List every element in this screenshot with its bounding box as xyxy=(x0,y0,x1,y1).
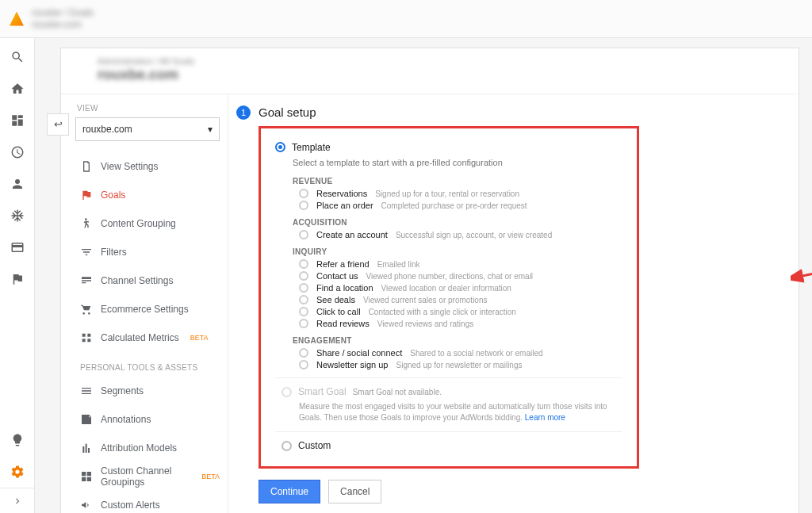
goal-option-click-to-call[interactable]: Click to callContacted with a single cli… xyxy=(299,307,622,316)
group-header: INQUIRY xyxy=(293,247,622,256)
goal-option-place-an-order[interactable]: Place an orderCompleted purchase or pre-… xyxy=(299,201,622,210)
sidebar-item-custom-channel-groupings[interactable]: Custom Channel GroupingsBETA xyxy=(67,462,228,491)
sidebar-item-ecommerce-settings[interactable]: Ecommerce Settings xyxy=(67,295,228,323)
smart-goal-status: Smart Goal not available. xyxy=(353,388,442,396)
sidebar-item-label: Attribution Models xyxy=(101,442,177,454)
radio-icon xyxy=(282,387,292,397)
radio-icon xyxy=(299,271,308,281)
sidebar-item-goals[interactable]: Goals xyxy=(67,181,228,209)
back-button[interactable]: ↩ xyxy=(47,113,69,136)
admin-card: Administration / All Goals rouxbe.com ↩ … xyxy=(60,48,799,513)
group-header: REVENUE xyxy=(293,177,622,186)
smart-goal-option: Smart Goal Smart Goal not available. xyxy=(282,386,622,397)
home-icon[interactable] xyxy=(0,73,34,105)
sidebar-item-content-grouping[interactable]: Content Grouping xyxy=(67,209,228,238)
chevron-down-icon: ▾ xyxy=(208,124,213,135)
sidebar-item-view-settings[interactable]: View Settings xyxy=(67,152,228,181)
goal-option-desc: Emailed link xyxy=(377,260,420,269)
radio-icon xyxy=(299,230,308,239)
goal-option-create-an-account[interactable]: Create an accountSuccessful sign up, acc… xyxy=(299,230,622,239)
goal-option-find-a-location[interactable]: Find a locationViewed location or dealer… xyxy=(299,283,622,293)
tools-header: PERSONAL TOOLS & ASSETS xyxy=(80,363,228,372)
sidebar-item-calculated-metrics[interactable]: Calculated MetricsBETA xyxy=(67,323,228,352)
goal-option-newsletter-sign-up[interactable]: Newsletter sign upSigned up for newslett… xyxy=(299,360,622,369)
goal-option-reservations[interactable]: ReservationsSigned up for a tour, rental… xyxy=(299,189,622,198)
goal-option-label: Refer a friend xyxy=(316,259,370,269)
view-nav-list: View SettingsGoalsContent GroupingFilter… xyxy=(67,152,228,352)
header-line2: rouxbe.com xyxy=(32,19,94,30)
top-bar: rouxbe / Goals rouxbe.com xyxy=(0,0,812,38)
radio-icon xyxy=(299,307,308,316)
continue-button[interactable]: Continue xyxy=(259,480,320,503)
flow-icon[interactable] xyxy=(0,200,34,232)
sidebar-item-label: Filters xyxy=(101,247,127,258)
sidebar-item-attribution-models[interactable]: Attribution Models xyxy=(67,434,228,462)
tools-nav-list: SegmentsAnnotationsAttribution ModelsCus… xyxy=(67,377,228,513)
sidebar-item-label: Goals xyxy=(101,190,125,201)
admin-gear-icon[interactable] xyxy=(0,456,34,488)
sidebar-item-label: Calculated Metrics xyxy=(101,332,179,343)
step-1-title: Goal setup xyxy=(259,105,316,119)
goal-option-desc: Completed purchase or pre-order request xyxy=(381,201,527,210)
goal-option-desc: Viewed phone number, directions, chat or… xyxy=(366,272,534,281)
admin-sidebar: ↩ VIEW rouxbe.com ▾ View SettingsGoalsCo… xyxy=(61,94,228,513)
goal-option-label: Place an order xyxy=(316,201,373,210)
beta-badge: BETA xyxy=(190,334,209,342)
user-icon[interactable] xyxy=(0,168,34,200)
smart-goal-label: Smart Goal xyxy=(298,386,347,397)
goal-setup-panel: Template Select a template to start with… xyxy=(259,126,639,469)
goal-option-desc: Viewed current sales or promotions xyxy=(363,296,488,304)
dashboard-icon[interactable] xyxy=(0,105,34,136)
beta-badge: BETA xyxy=(201,473,220,480)
goal-option-desc: Shared to a social network or emailed xyxy=(410,349,542,358)
svg-line-0 xyxy=(799,245,812,277)
sidebar-item-annotations[interactable]: Annotations xyxy=(67,405,228,434)
view-selector[interactable]: rouxbe.com ▾ xyxy=(75,117,220,141)
radio-icon xyxy=(282,441,292,451)
search-icon[interactable] xyxy=(0,41,34,73)
expand-chevron-icon[interactable] xyxy=(0,488,35,513)
custom-label: Custom xyxy=(298,440,331,451)
radio-icon xyxy=(299,201,308,210)
dd-icon xyxy=(80,331,93,344)
breadcrumb: Administration / All Goals xyxy=(98,56,786,67)
sidebar-item-label: Segments xyxy=(101,385,144,396)
sidebar-item-label: Annotations xyxy=(101,414,151,425)
main-panel: 1 Goal setup Template Select a template … xyxy=(228,94,799,513)
goal-option-label: Newsletter sign up xyxy=(316,360,389,369)
goal-option-refer-a-friend[interactable]: Refer a friendEmailed link xyxy=(299,259,622,269)
custom-option[interactable]: Custom xyxy=(282,440,622,451)
flag-icon xyxy=(80,189,93,201)
group-header: ENGAGEMENT xyxy=(293,336,622,345)
sidebar-item-segments[interactable]: Segments xyxy=(67,377,228,405)
sidebar-item-label: Custom Channel Groupings xyxy=(101,465,190,488)
horn-icon xyxy=(80,499,93,511)
goal-option-desc: Successful sign up, account, or view cre… xyxy=(396,231,552,239)
sidebar-item-label: View Settings xyxy=(101,161,159,172)
sidebar-item-channel-settings[interactable]: Channel Settings xyxy=(67,266,228,295)
sidebar-item-filters[interactable]: Filters xyxy=(67,238,228,266)
learn-more-link[interactable]: Learn more xyxy=(525,413,565,422)
sidebar-item-label: Content Grouping xyxy=(101,218,176,229)
discover-icon[interactable] xyxy=(0,424,34,456)
template-label: Template xyxy=(292,142,331,153)
radio-icon xyxy=(299,360,308,369)
card-icon[interactable] xyxy=(0,232,34,263)
view-label: VIEW xyxy=(77,104,228,113)
goal-option-see-deals[interactable]: See dealsViewed current sales or promoti… xyxy=(299,295,622,304)
goal-option-share-social-connect[interactable]: Share / social connectShared to a social… xyxy=(299,348,622,358)
cancel-button[interactable]: Cancel xyxy=(328,480,381,503)
clock-icon[interactable] xyxy=(0,136,34,168)
sidebar-item-custom-alerts[interactable]: Custom Alerts xyxy=(67,491,228,513)
page-title: rouxbe.com xyxy=(98,67,786,84)
goal-option-desc: Signed up for newsletter or mailings xyxy=(396,361,523,369)
goal-option-desc: Signed up for a tour, rental or reservat… xyxy=(375,190,519,198)
flag-icon[interactable] xyxy=(0,263,34,295)
goal-option-read-reviews[interactable]: Read reviewsViewed reviews and ratings xyxy=(299,319,622,328)
radio-icon xyxy=(275,142,285,152)
goal-option-label: Create an account xyxy=(316,230,388,239)
goal-option-contact-us[interactable]: Contact usViewed phone number, direction… xyxy=(299,271,622,281)
goal-option-desc: Viewed reviews and ratings xyxy=(377,320,474,328)
card-header: Administration / All Goals rouxbe.com xyxy=(61,48,799,94)
template-option[interactable]: Template xyxy=(275,142,622,153)
